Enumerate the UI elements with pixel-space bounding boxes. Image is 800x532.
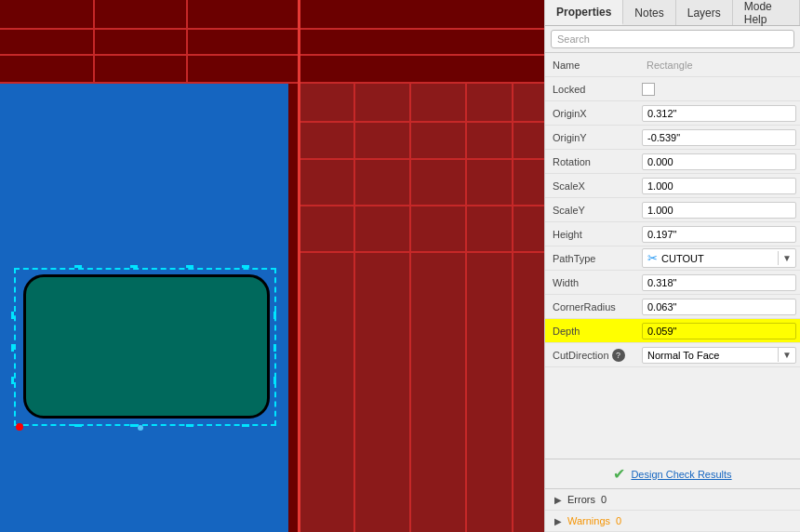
value-depth [638,321,800,341]
value-locked [638,81,800,98]
prop-row-cornerradius: CornerRadius [545,295,800,319]
tab-notes[interactable]: Notes [623,0,675,25]
warnings-arrow-icon: ▶ [554,516,562,526]
input-cornerradius[interactable] [642,299,796,315]
tab-properties[interactable]: Properties [545,0,623,25]
prop-row-locked: Locked [545,77,800,101]
canvas-area[interactable] [0,0,544,532]
prop-row-scalex: ScaleX [545,174,800,198]
blue-dot [138,425,143,431]
tab-mode-help[interactable]: Mode Help [733,0,800,25]
search-input[interactable] [551,30,794,48]
v-line-top-1 [93,0,95,84]
label-originy: OriginY [545,129,638,146]
h-line-1 [0,28,544,30]
prop-row-width: Width [545,271,800,295]
errors-label: Errors [567,494,595,505]
properties-table: Name Rectangle Locked OriginX OriginY [545,53,800,459]
search-bar [545,26,800,53]
cutdirection-dropdown-arrow[interactable]: ▼ [778,348,795,362]
input-originy[interactable] [642,129,796,146]
input-width[interactable] [642,274,796,291]
value-cutdirection: Normal To Face ▼ [638,345,800,366]
pathtype-text: CUTOUT [661,253,704,264]
value-originx [638,103,800,124]
h-line-7 [298,121,544,123]
errors-section[interactable]: ▶ Errors 0 [545,489,800,511]
right-canvas-area [298,84,544,532]
prop-row-originx: OriginX [545,101,800,126]
v-line-1 [353,84,355,532]
top-dark-bar [0,0,544,84]
right-panel: Properties Notes Layers Mode Help Name R… [544,0,800,532]
prop-row-height: Height [545,222,800,246]
label-cornerradius: CornerRadius [545,299,638,315]
tab-layers[interactable]: Layers [676,0,733,25]
warnings-section[interactable]: ▶ Warnings 0 [545,511,800,532]
v-line-3 [465,84,467,532]
red-dot [16,423,23,431]
value-rotation [638,152,800,172]
cutdirection-help-icon[interactable]: ? [612,349,625,362]
input-scaley[interactable] [642,202,796,219]
tick-right-2 [273,344,276,352]
input-scalex[interactable] [642,178,796,194]
tick-bot-3 [186,424,193,427]
h-line-6 [298,251,544,253]
warnings-count: 0 [616,515,621,526]
value-originy [638,127,800,148]
value-name: Rectangle [638,57,800,73]
prop-row-depth: Depth [545,319,800,343]
label-locked: Locked [545,81,638,98]
cutdirection-dropdown[interactable]: Normal To Face ▼ [642,347,796,364]
input-rotation[interactable] [642,153,796,170]
tick-top-3 [186,265,193,268]
prop-row-cutdirection: CutDirection ? Normal To Face ▼ [545,343,800,367]
input-depth[interactable] [642,323,796,339]
tick-top-4 [242,265,249,268]
name-text: Rectangle [642,58,698,73]
label-rotation: Rotation [545,153,638,170]
red-v-line [298,0,300,532]
prop-row-scaley: ScaleY [545,198,800,222]
v-line-top-2 [186,0,188,84]
selection-border [14,268,276,426]
label-scalex: ScaleX [545,178,638,194]
errors-count: 0 [601,494,607,505]
tick-bot-4 [242,424,249,427]
h-line-5 [298,205,544,206]
h-line-2 [0,54,544,56]
tick-right-3 [273,377,276,384]
input-originx[interactable] [642,105,796,122]
input-height[interactable] [642,226,796,243]
errors-arrow-icon: ▶ [554,495,562,505]
label-width: Width [545,274,638,291]
design-check-section[interactable]: ✔ Design Check Results [545,459,800,489]
value-scaley [638,200,800,220]
value-width [638,273,800,293]
prop-row-originy: OriginY [545,126,800,150]
label-scaley: ScaleY [545,202,638,219]
label-originx: OriginX [545,105,638,122]
label-depth: Depth [545,323,638,339]
tick-left-2 [11,344,14,352]
value-pathtype: ✂ CUTOUT ▼ [638,246,800,270]
cutdirection-text: Normal To Face [647,350,719,361]
design-check-link[interactable]: Design Check Results [631,469,731,480]
locked-checkbox[interactable] [642,83,655,96]
value-cornerradius [638,297,800,317]
prop-row-pathtype: PathType ✂ CUTOUT ▼ [545,246,800,271]
label-cutdirection: CutDirection ? [545,346,638,365]
tick-top-1 [74,265,82,268]
tick-right-1 [273,312,276,319]
check-circle-icon: ✔ [613,465,625,483]
label-name: Name [545,57,638,73]
prop-row-name: Name Rectangle [545,53,800,77]
vertical-divider [288,0,298,532]
pathtype-dropdown-arrow[interactable]: ▼ [778,251,795,265]
tick-left-3 [11,377,14,384]
value-height [638,224,800,245]
cutdirection-dropdown-value: Normal To Face [643,348,778,363]
pathtype-dropdown[interactable]: ✂ CUTOUT ▼ [642,248,796,268]
label-height: Height [545,226,638,243]
